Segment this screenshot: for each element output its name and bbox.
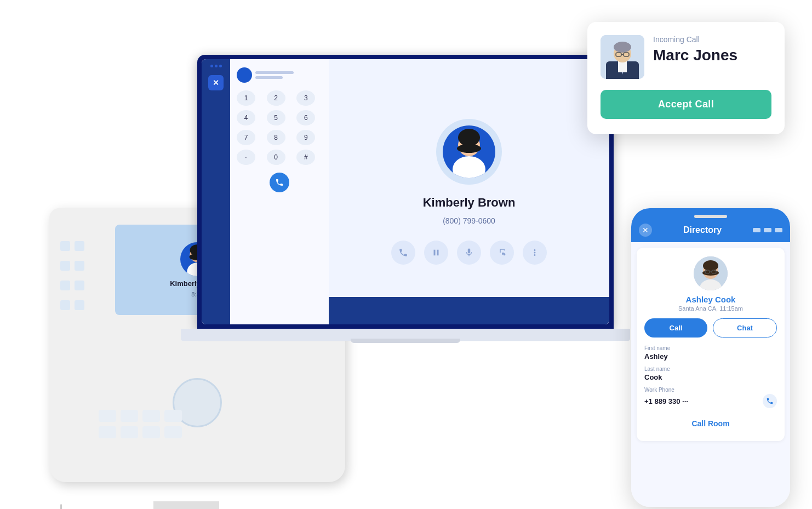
work-phone-label: Work Phone xyxy=(644,387,777,393)
dial-key-8[interactable]: 8 xyxy=(267,130,285,145)
laptop-screen: ✕ 1 2 3 4 xyxy=(197,55,614,329)
dial-key-0[interactable]: 0 xyxy=(267,150,285,165)
contact-location: Santa Ana CA, 11:15am xyxy=(644,305,777,312)
phone-cord xyxy=(60,504,62,509)
dialer-avatar xyxy=(237,67,252,83)
laptop-foot xyxy=(351,339,460,343)
mobile-status-bar xyxy=(753,228,782,232)
laptop-bezel: ✕ 1 2 3 4 xyxy=(202,59,609,324)
work-phone-call-icon[interactable] xyxy=(763,394,777,408)
dial-key-9[interactable]: 9 xyxy=(296,130,315,145)
app-sidebar: ✕ xyxy=(202,59,230,324)
mobile-header: ✕ Directory xyxy=(631,208,790,242)
first-name-field: First name Ashley xyxy=(644,345,777,361)
mobile-notch xyxy=(694,215,727,218)
svg-point-14 xyxy=(614,42,631,53)
call-action-more[interactable] xyxy=(523,241,547,265)
contact-call-button[interactable]: Call xyxy=(644,318,707,338)
dial-key-6[interactable]: 6 xyxy=(296,110,315,125)
scene: Kimberly Brown 8:34 xyxy=(0,0,812,509)
mobile-screen: ✕ Directory xyxy=(631,208,790,507)
first-name-value: Ashley xyxy=(644,352,777,361)
dial-key-2[interactable]: 2 xyxy=(267,90,285,106)
call-avatar-ring xyxy=(436,119,502,185)
dial-key-7[interactable]: 7 xyxy=(237,130,255,145)
incoming-call-popup: Incoming Call Marc Jones Accept Call xyxy=(587,22,785,134)
dial-key-hash[interactable]: # xyxy=(296,150,315,165)
last-name-label: Last name xyxy=(644,366,777,372)
last-name-field: Last name Cook xyxy=(644,366,777,381)
phone-left-buttons xyxy=(60,241,84,310)
dial-key-1[interactable]: 1 xyxy=(237,90,255,106)
call-contact-number: (800) 799-0600 xyxy=(443,216,495,225)
ic-label: Incoming Call xyxy=(653,35,737,44)
svg-point-8 xyxy=(457,144,481,153)
dial-key-3[interactable]: 3 xyxy=(296,90,315,106)
mobile-close-button[interactable]: ✕ xyxy=(639,224,652,237)
sidebar-x-icon[interactable]: ✕ xyxy=(208,75,224,90)
ic-top: Incoming Call Marc Jones xyxy=(601,35,771,79)
first-name-label: First name xyxy=(644,345,777,351)
mobile-phone: ✕ Directory xyxy=(631,208,790,507)
svg-point-6 xyxy=(453,156,485,178)
call-action-mute[interactable] xyxy=(457,241,481,265)
dialer-contact xyxy=(237,67,322,83)
call-room-button[interactable]: Call Room xyxy=(644,414,777,433)
ic-caller-avatar xyxy=(601,35,644,79)
call-action-transfer[interactable] xyxy=(490,241,514,265)
svg-rect-12 xyxy=(618,61,627,72)
dial-key-4[interactable]: 4 xyxy=(237,110,255,125)
call-avatar xyxy=(443,125,495,178)
work-phone-value: +1 889 330 ··· xyxy=(644,397,688,405)
mobile-header-title: Directory xyxy=(683,225,722,235)
svg-point-21 xyxy=(703,260,718,271)
ic-caller-name: Marc Jones xyxy=(653,46,737,65)
dial-key-dot[interactable]: · xyxy=(237,150,255,165)
contact-chat-button[interactable]: Chat xyxy=(713,318,777,338)
call-contact-name: Kimberly Brown xyxy=(423,196,516,210)
laptop-bottom-bar xyxy=(329,297,609,324)
call-action-buttons xyxy=(391,241,547,265)
call-main-screen: Kimberly Brown (800) 799-0600 xyxy=(329,59,609,324)
laptop: ✕ 1 2 3 4 xyxy=(181,55,630,394)
contact-card: Ashley Cook Santa Ana CA, 11:15am Call C… xyxy=(637,248,785,441)
last-name-value: Cook xyxy=(644,373,777,381)
call-action-pause[interactable] xyxy=(424,241,448,265)
dialer-area: 1 2 3 4 5 6 7 8 9 · 0 # xyxy=(230,59,329,324)
phone-stand xyxy=(153,501,219,509)
accept-call-button[interactable]: Accept Call xyxy=(601,90,771,119)
svg-point-7 xyxy=(458,129,480,146)
call-action-phone[interactable] xyxy=(391,241,415,265)
phone-keypad xyxy=(99,410,182,438)
work-phone-field: Work Phone +1 889 330 ··· xyxy=(644,387,777,408)
sidebar-dots xyxy=(210,65,222,67)
contact-name: Ashley Cook xyxy=(644,295,777,304)
contact-avatar xyxy=(694,256,728,290)
contact-action-row: Call Chat xyxy=(644,318,777,338)
dial-key-5[interactable]: 5 xyxy=(267,110,285,125)
dial-call-button[interactable] xyxy=(270,173,289,192)
dialer-grid: 1 2 3 4 5 6 7 8 9 · 0 # xyxy=(237,90,322,165)
